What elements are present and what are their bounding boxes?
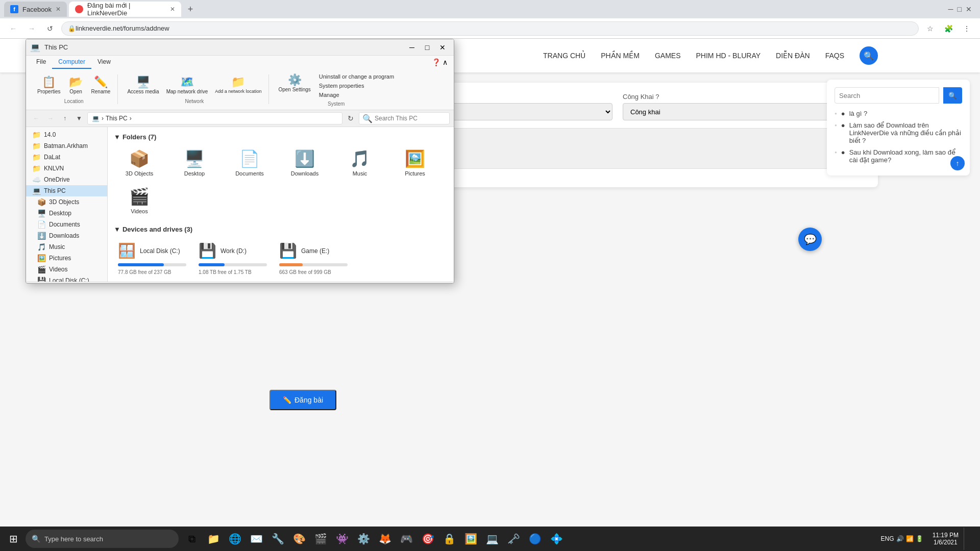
taskbar-icon-steam[interactable]: 🎮 [396, 528, 416, 550]
sidebar-item-pictures[interactable]: 🖼️ Pictures [26, 253, 107, 264]
fe-close[interactable]: ✕ [435, 40, 450, 55]
taskbar-icon-target[interactable]: 🎯 [418, 528, 438, 550]
taskbar-icon-game1[interactable]: 👾 [332, 528, 352, 550]
ribbon-rename-btn[interactable]: ✏️ Rename [88, 74, 114, 96]
browser-reload[interactable]: ↺ [43, 21, 57, 36]
ribbon-tab-computer[interactable]: Computer [52, 56, 91, 69]
sidebar-item-music[interactable]: 🎵 Music [26, 241, 107, 253]
browser-forward[interactable]: → [24, 21, 39, 36]
taskbar-time[interactable]: 11:19 PM 1/6/2021 [928, 532, 963, 546]
taskbar-icon-browser[interactable]: 🌐 [225, 528, 245, 550]
drives-collapse-arrow[interactable]: ▼ [114, 226, 120, 233]
ribbon-expand-icon[interactable]: ∧ [443, 58, 448, 66]
volume-icon[interactable]: 🔊 [896, 535, 904, 542]
fe-nav-back[interactable]: ← [30, 112, 42, 124]
browser-close[interactable]: ✕ [966, 5, 972, 13]
ribbon-open-btn[interactable]: 📂 Open [65, 74, 87, 96]
ribbon-map-drive-btn[interactable]: 🗺️ Map network drive [163, 74, 211, 96]
taskbar-icon-lock[interactable]: 🔒 [439, 528, 459, 550]
browser-back[interactable]: ← [6, 21, 20, 36]
fe-nav-up[interactable]: ↑ [59, 112, 71, 124]
nav-software[interactable]: PHẦN MỀM [601, 52, 640, 60]
taskbar-icon-media[interactable]: 🎬 [310, 528, 331, 550]
ribbon-properties-btn[interactable]: 📋 Properties [34, 74, 64, 96]
folder-item-3dobjects[interactable]: 📦 3D Objects [114, 146, 165, 180]
battery-icon[interactable]: 🔋 [916, 535, 923, 542]
fe-maximize[interactable]: □ [420, 40, 434, 55]
sidebar-item-localdisk[interactable]: 💾 Local Disk (C:) [26, 275, 107, 282]
ribbon-system-props-btn[interactable]: System properties [316, 82, 397, 90]
fe-refresh-btn[interactable]: ↻ [345, 112, 357, 124]
taskbar-icon-fileexplorer[interactable]: 📁 [203, 528, 224, 550]
sidebar-item-videos[interactable]: 🎬 Videos [26, 264, 107, 275]
folder-item-downloads[interactable]: ⬇️ Downloads [279, 146, 330, 180]
ribbon-open-settings-btn[interactable]: ⚙️ Open Settings [275, 72, 313, 99]
fe-search-box[interactable]: 🔍 [359, 112, 450, 124]
sidebar-item-thispc[interactable]: 💻 This PC [26, 185, 107, 196]
drive-item-e[interactable]: 💾 Game (E:) 663 GB free of 999 GB [275, 238, 352, 279]
bookmark-icon[interactable]: ☆ [923, 21, 937, 36]
nav-forum[interactable]: DIỄN ĐÀN [776, 52, 810, 60]
post-button[interactable]: ✏️ Đăng bài [270, 390, 336, 410]
taskbar-icon-paint[interactable]: 🎨 [289, 528, 309, 550]
extensions-icon[interactable]: 🧩 [941, 21, 955, 36]
site-search-button[interactable]: 🔍 [860, 46, 878, 65]
fe-nav-forward[interactable]: → [44, 112, 57, 124]
taskbar-icon-extra[interactable]: 💠 [546, 528, 567, 550]
nav-faqs[interactable]: FAQS [825, 52, 844, 60]
taskbar-icon-gear[interactable]: ⚙️ [353, 528, 374, 550]
statusbar-grid-view[interactable]: ⊞ [444, 284, 450, 284]
taskbar-icon-settings[interactable]: 🔧 [267, 528, 288, 550]
taskbar-icon-key[interactable]: 🗝️ [503, 528, 524, 550]
browser-minimize[interactable]: ─ [948, 5, 953, 13]
sidebar-item-dalat[interactable]: 📁 DaLat [26, 152, 107, 163]
taskbar-icon-mail[interactable]: ✉️ [246, 528, 266, 550]
taskbar-search-box[interactable]: 🔍 Type here to search [26, 530, 179, 548]
folder-item-documents[interactable]: 📄 Documents [224, 146, 275, 180]
folder-item-music[interactable]: 🎵 Music [334, 146, 385, 180]
browser-restore[interactable]: □ [958, 5, 962, 13]
ribbon-manage-btn[interactable]: Manage [316, 91, 397, 99]
ribbon-add-location-btn[interactable]: 📁 Add a network location [212, 74, 264, 96]
folder-item-videos[interactable]: 🎬 Videos [114, 184, 165, 217]
show-desktop-btn[interactable] [964, 528, 978, 550]
sidebar-item-documents[interactable]: 📄 Documents [26, 219, 107, 230]
chat-button[interactable]: 💬 [798, 228, 822, 251]
tab-lnd[interactable]: Đăng bài mới | LinkNeverDie ✕ [69, 2, 181, 17]
tab-facebook-close[interactable]: ✕ [56, 6, 61, 13]
sidebar-item-downloads[interactable]: ⬇️ Downloads [26, 230, 107, 241]
sidebar-item-14[interactable]: 📁 14.0 [26, 129, 107, 140]
taskbar-icon-laptop[interactable]: 💻 [482, 528, 502, 550]
ribbon-help-icon[interactable]: ❓ [432, 58, 440, 66]
taskbar-icon-firefox[interactable]: 🦊 [375, 528, 395, 550]
nav-movies[interactable]: PHIM HD - BLURAY [696, 52, 761, 60]
folders-collapse-arrow[interactable]: ▼ [114, 133, 120, 141]
network-status-icon[interactable]: 📶 [906, 535, 914, 542]
fe-minimize[interactable]: ─ [405, 40, 419, 55]
sidebar-item-desktop[interactable]: 🖥️ Desktop [26, 208, 107, 219]
sidebar-item-knlvn[interactable]: 📁 KNLVN [26, 163, 107, 174]
right-panel-search-input[interactable] [835, 87, 939, 104]
statusbar-list-view[interactable]: ☰ [435, 284, 442, 284]
fe-breadcrumb[interactable]: 💻 › This PC › [87, 112, 342, 124]
taskbar-icon-taskview[interactable]: ⧉ [182, 528, 202, 550]
tab-lnd-close[interactable]: ✕ [170, 6, 175, 13]
new-tab-button[interactable]: + [183, 2, 198, 16]
taskbar-icon-chrome[interactable]: 🔵 [525, 528, 545, 550]
folder-item-pictures[interactable]: 🖼️ Pictures [389, 146, 440, 180]
ribbon-access-media-btn[interactable]: 🖥️ Access media [124, 74, 162, 96]
nav-home[interactable]: TRANG CHỦ [543, 52, 585, 60]
sidebar-item-onedrive[interactable]: ☁️ OneDrive [26, 174, 107, 185]
start-button[interactable]: ⊞ [2, 528, 24, 550]
nav-games[interactable]: GAMES [655, 52, 681, 60]
tab-facebook[interactable]: f Facebook ✕ [4, 2, 67, 17]
fe-search-input[interactable] [375, 115, 446, 122]
fe-nav-recent[interactable]: ▼ [73, 112, 85, 124]
drive-item-c[interactable]: 🪟 Local Disk (C:) 77.8 GB free of 237 GB [114, 238, 190, 279]
drive-item-d[interactable]: 💾 Work (D:) 1.08 TB free of 1.75 TB [194, 238, 271, 279]
sidebar-item-batman[interactable]: 📁 Batman.Arkham [26, 140, 107, 152]
ribbon-tab-view[interactable]: View [91, 56, 117, 69]
sidebar-item-3dobjects[interactable]: 📦 3D Objects [26, 196, 107, 208]
right-panel-search-button[interactable]: 🔍 [943, 87, 962, 104]
address-bar[interactable]: 🔒 linkneverdie.net/forums/addnew [61, 21, 919, 36]
